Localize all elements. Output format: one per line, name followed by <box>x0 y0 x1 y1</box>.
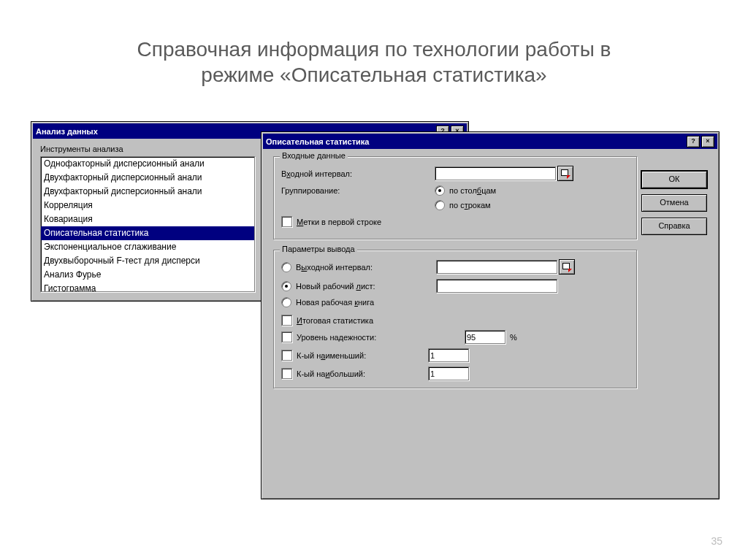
titlebar[interactable]: Описательная статистика ? × <box>263 134 717 149</box>
group-legend: Входные данные <box>280 151 348 160</box>
range-picker-icon <box>562 263 571 272</box>
output-new-sheet-label: Новый рабочий лист: <box>296 282 436 291</box>
radio-output-new-book[interactable] <box>281 297 291 307</box>
dialog-descriptive-statistics: Описательная статистика ? × ОК Отмена Сп… <box>261 131 720 499</box>
grouping-label: Группирование: <box>281 186 435 195</box>
group-input: Входные данные Входной интервал: Группир… <box>273 156 637 239</box>
radio-by-rows-label: по строкам <box>449 201 491 210</box>
radio-by-columns[interactable] <box>435 185 445 196</box>
group-legend: Параметры вывода <box>280 245 357 253</box>
slide-title-line2: режиме «Описательная статистика» <box>201 64 546 86</box>
checkbox-labels-first-row[interactable] <box>281 216 292 227</box>
radio-by-columns-label: по столбцам <box>449 186 496 195</box>
confidence-label: Уровень надежности: <box>297 333 465 342</box>
kth-smallest-field[interactable] <box>428 348 469 362</box>
range-picker-icon <box>561 169 570 178</box>
checkbox-kth-largest[interactable] <box>281 368 292 379</box>
output-new-sheet-field[interactable] <box>436 279 557 293</box>
input-range-field[interactable] <box>435 166 556 180</box>
checkbox-kth-smallest[interactable] <box>281 350 292 361</box>
kth-smallest-label: К-ый наименьший: <box>297 351 428 360</box>
radio-output-new-sheet[interactable] <box>281 281 291 291</box>
slide-title-line1: Справочная информация по технологии рабо… <box>137 38 611 61</box>
output-range-field[interactable] <box>436 260 557 274</box>
range-picker-button[interactable] <box>557 166 573 181</box>
dialog-title: Описательная статистика <box>266 137 370 146</box>
dialog-title: Анализ данных <box>36 127 98 136</box>
checkbox-confidence[interactable] <box>281 331 292 342</box>
list-item[interactable]: Анализ Фурье <box>41 268 254 282</box>
labels-first-row-label: Метки в первой строке <box>297 218 381 226</box>
summary-stats-label: Итоговая статистика <box>297 316 373 325</box>
radio-output-range[interactable] <box>281 262 291 272</box>
help-icon[interactable]: ? <box>687 136 700 147</box>
list-item[interactable]: Двухвыборочный F-тест для дисперси <box>41 254 254 268</box>
page-number: 35 <box>711 535 722 547</box>
group-output: Параметры вывода Выходной интервал: Новы… <box>273 250 637 388</box>
checkbox-summary-stats[interactable] <box>281 315 292 326</box>
list-item[interactable]: Двухфакторный дисперсионный анали <box>41 185 254 199</box>
input-range-label: Входной интервал: <box>281 169 435 178</box>
list-item[interactable]: Описательная статистика <box>41 226 254 240</box>
list-item[interactable]: Корреляция <box>41 199 254 212</box>
tools-label: Инструменты анализа <box>40 145 123 153</box>
cancel-button[interactable]: Отмена <box>641 194 707 212</box>
list-item[interactable]: Двухфакторный дисперсионный анали <box>41 171 254 185</box>
range-picker-button[interactable] <box>559 259 575 275</box>
close-icon[interactable]: × <box>701 136 714 147</box>
output-range-label: Выходной интервал: <box>296 263 436 272</box>
help-button[interactable]: Справка <box>641 218 707 235</box>
list-item[interactable]: Однофакторный дисперсионный анали <box>41 157 254 171</box>
kth-largest-field[interactable] <box>428 367 469 380</box>
radio-by-rows[interactable] <box>435 200 445 210</box>
confidence-field[interactable] <box>465 330 505 344</box>
list-item[interactable]: Экспоненциальное сглаживание <box>41 240 254 254</box>
analysis-tools-listbox[interactable]: Однофакторный дисперсионный анали Двухфа… <box>40 156 255 292</box>
kth-largest-label: К-ый наибольший: <box>297 369 428 378</box>
list-item[interactable]: Гистограмма <box>41 282 254 292</box>
confidence-unit: % <box>510 333 517 342</box>
slide-title: Справочная информация по технологии рабо… <box>0 0 748 88</box>
output-new-book-label: Новая рабочая книга <box>296 298 374 307</box>
list-item[interactable]: Ковариация <box>41 212 254 226</box>
ok-button[interactable]: ОК <box>641 171 707 188</box>
